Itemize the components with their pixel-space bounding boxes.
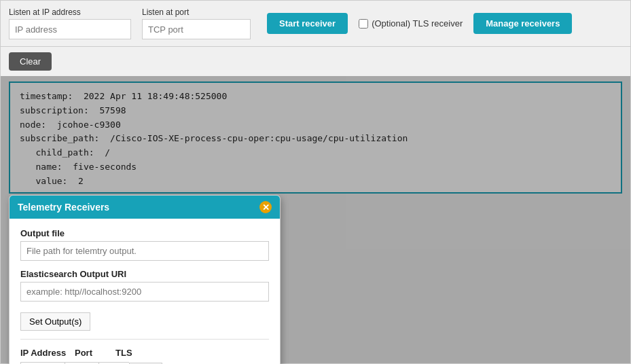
secondary-bar: Clear — [1, 47, 630, 76]
col-header-port: Port — [75, 348, 115, 358]
port-field-group: Listen at port — [142, 7, 251, 39]
ip-label: Listen at IP address — [9, 7, 131, 17]
modal-close-button[interactable]: ✕ — [259, 201, 272, 213]
output-file-section: Output file — [20, 228, 269, 261]
col-header-tls: TLS — [115, 348, 156, 358]
modal-header: Telemetry Receivers ✕ — [10, 196, 280, 219]
col-header-ip: IP Address — [20, 348, 75, 358]
telemetry-receivers-modal: Telemetry Receivers ✕ Output file Elasti… — [9, 195, 281, 364]
tls-label: (Optional) TLS receiver — [372, 18, 463, 29]
elasticsearch-input[interactable] — [20, 282, 269, 302]
set-outputs-button[interactable]: Set Output(s) — [20, 312, 90, 331]
elasticsearch-section: Elasticsearch Output URI — [20, 269, 269, 302]
output-file-input[interactable] — [20, 241, 269, 261]
clear-button[interactable]: Clear — [9, 52, 52, 71]
content-area: timestamp: 2022 Apr 11 18:49:48:525000 s… — [1, 76, 630, 363]
tls-checkbox[interactable] — [359, 19, 368, 29]
top-bar: Listen at IP address Listen at port Star… — [1, 1, 630, 47]
port-label: Listen at port — [142, 7, 251, 17]
receiver-table-header: IP Address Port TLS — [20, 348, 269, 358]
modal-backdrop: Telemetry Receivers ✕ Output file Elasti… — [1, 76, 630, 363]
manage-receivers-button[interactable]: Manage receivers — [473, 13, 572, 34]
ip-field-group: Listen at IP address — [9, 7, 131, 39]
port-input[interactable] — [142, 19, 251, 39]
output-file-label: Output file — [20, 228, 269, 238]
elasticsearch-label: Elasticsearch Output URI — [20, 269, 269, 279]
ip-input[interactable] — [9, 19, 131, 39]
modal-body: Output file Elasticsearch Output URI Set… — [10, 219, 280, 364]
start-receiver-button[interactable]: Start receiver — [267, 13, 348, 34]
modal-title: Telemetry Receivers — [18, 202, 109, 213]
divider — [20, 339, 269, 340]
main-container: Listen at IP address Listen at port Star… — [0, 0, 631, 364]
tls-group: (Optional) TLS receiver — [359, 18, 463, 29]
